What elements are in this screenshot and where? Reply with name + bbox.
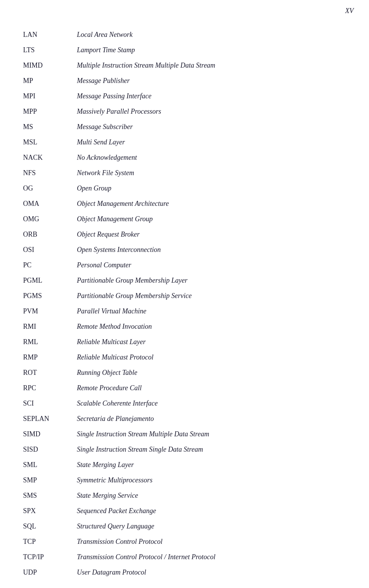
abbreviation-key: OSI xyxy=(23,246,77,254)
page-content: LANLocal Area NetworkLTSLamport Time Sta… xyxy=(0,0,369,588)
abbreviation-key: PVM xyxy=(23,307,77,315)
table-row: SIMDSingle Instruction Stream Multiple D… xyxy=(23,430,346,444)
abbreviation-key: RML xyxy=(23,338,77,346)
table-row: ORBObject Request Broker xyxy=(23,230,346,244)
abbreviation-value: Scalable Coherente Interface xyxy=(77,399,158,407)
table-row: SCIScalable Coherente Interface xyxy=(23,399,346,413)
table-row: MSLMulti Send Layer xyxy=(23,138,346,152)
table-row: MSMessage Subscriber xyxy=(23,123,346,137)
abbreviation-value: Single Instruction Stream Multiple Data … xyxy=(77,430,209,438)
table-row: LANLocal Area Network xyxy=(23,31,346,45)
abbreviation-key: RMP xyxy=(23,353,77,361)
abbreviation-key: RMI xyxy=(23,323,77,331)
abbreviation-value: Network File System xyxy=(77,169,134,177)
abbreviation-key: MS xyxy=(23,123,77,131)
table-row: OSIOpen Systems Interconnection xyxy=(23,246,346,260)
abbreviation-key: SIMD xyxy=(23,430,77,438)
abbreviation-value: Object Request Broker xyxy=(77,230,140,239)
abbreviation-list: LANLocal Area NetworkLTSLamport Time Sta… xyxy=(23,31,346,582)
abbreviation-value: Object Management Group xyxy=(77,215,153,223)
abbreviation-value: Running Object Table xyxy=(77,369,137,377)
table-row: PVMParallel Virtual Machine xyxy=(23,307,346,321)
abbreviation-value: Reliable Multicast Protocol xyxy=(77,353,153,361)
table-row: UDPUser Datagram Protocol xyxy=(23,568,346,582)
abbreviation-value: Partitionable Group Membership Layer xyxy=(77,277,188,285)
table-row: RPCRemote Procedure Call xyxy=(23,384,346,398)
table-row: PGMLPartitionable Group Membership Layer xyxy=(23,277,346,290)
abbreviation-key: LTS xyxy=(23,46,77,54)
abbreviation-value: Message Publisher xyxy=(77,77,130,85)
abbreviation-value: User Datagram Protocol xyxy=(77,568,146,576)
abbreviation-key: NACK xyxy=(23,154,77,162)
abbreviation-value: Reliable Multicast Layer xyxy=(77,338,146,346)
table-row: MPMessage Publisher xyxy=(23,77,346,91)
abbreviation-value: State Merging Layer xyxy=(77,461,134,469)
abbreviation-key: SPX xyxy=(23,507,77,515)
table-row: PCPersonal Computer xyxy=(23,261,346,275)
abbreviation-key: MPP xyxy=(23,108,77,116)
table-row: SISDSingle Instruction Stream Single Dat… xyxy=(23,446,346,459)
abbreviation-key: NFS xyxy=(23,169,77,177)
table-row: NACKNo Acknowledgement xyxy=(23,154,346,167)
abbreviation-key: ORB xyxy=(23,230,77,239)
abbreviation-key: RPC xyxy=(23,384,77,392)
abbreviation-key: PGML xyxy=(23,277,77,285)
abbreviation-value: Multiple Instruction Stream Multiple Dat… xyxy=(77,61,215,70)
abbreviation-value: Remote Procedure Call xyxy=(77,384,142,392)
abbreviation-key: UDP xyxy=(23,568,77,576)
abbreviation-value: Open Systems Interconnection xyxy=(77,246,161,254)
abbreviation-key: MP xyxy=(23,77,77,85)
abbreviation-key: PC xyxy=(23,261,77,269)
abbreviation-key: SCI xyxy=(23,399,77,407)
abbreviation-value: Local Area Network xyxy=(77,31,133,39)
abbreviation-value: Single Instruction Stream Single Data St… xyxy=(77,446,203,454)
table-row: MIMDMultiple Instruction Stream Multiple… xyxy=(23,61,346,75)
table-row: MPPMassively Parallel Processors xyxy=(23,108,346,121)
abbreviation-key: MIMD xyxy=(23,61,77,70)
abbreviation-value: Message Passing Interface xyxy=(77,92,151,100)
abbreviation-value: Parallel Virtual Machine xyxy=(77,307,146,315)
table-row: RMLReliable Multicast Layer xyxy=(23,338,346,352)
abbreviation-key: MPI xyxy=(23,92,77,100)
table-row: SEPLANSecretaria de Planejamento xyxy=(23,415,346,429)
abbreviation-key: ROT xyxy=(23,369,77,377)
table-row: PGMSPartitionable Group Membership Servi… xyxy=(23,292,346,306)
abbreviation-value: Structured Query Language xyxy=(77,522,154,530)
abbreviation-value: Transmission Control Protocol xyxy=(77,538,163,546)
abbreviation-value: Secretaria de Planejamento xyxy=(77,415,154,423)
abbreviation-key: SQL xyxy=(23,522,77,530)
abbreviation-key: SEPLAN xyxy=(23,415,77,423)
abbreviation-value: Sequenced Packet Exchange xyxy=(77,507,156,515)
table-row: OGOpen Group xyxy=(23,184,346,198)
abbreviation-value: No Acknowledgement xyxy=(77,154,137,162)
abbreviation-key: OG xyxy=(23,184,77,192)
abbreviation-key: TCP/IP xyxy=(23,553,77,561)
abbreviation-key: OMG xyxy=(23,215,77,223)
abbreviation-value: Remote Method Invocation xyxy=(77,323,152,331)
table-row: TCP/IPTransmission Control Protocol / In… xyxy=(23,553,346,567)
table-row: SMPSymmetric Multiprocessors xyxy=(23,476,346,490)
abbreviation-value: Multi Send Layer xyxy=(77,138,125,146)
abbreviation-value: Lamport Time Stamp xyxy=(77,46,135,54)
abbreviation-value: State Merging Service xyxy=(77,492,138,500)
table-row: SMSState Merging Service xyxy=(23,492,346,505)
table-row: RMIRemote Method Invocation xyxy=(23,323,346,336)
table-row: SQLStructured Query Language xyxy=(23,522,346,536)
abbreviation-key: MSL xyxy=(23,138,77,146)
table-row: SMLState Merging Layer xyxy=(23,461,346,475)
table-row: OMGObject Management Group xyxy=(23,215,346,229)
table-row: NFSNetwork File System xyxy=(23,169,346,183)
table-row: SPXSequenced Packet Exchange xyxy=(23,507,346,521)
table-row: OMAObject Management Architecture xyxy=(23,200,346,214)
abbreviation-key: LAN xyxy=(23,31,77,39)
abbreviation-key: PGMS xyxy=(23,292,77,300)
table-row: LTSLamport Time Stamp xyxy=(23,46,346,60)
table-row: RMPReliable Multicast Protocol xyxy=(23,353,346,367)
table-row: TCPTransmission Control Protocol xyxy=(23,538,346,552)
abbreviation-key: SMP xyxy=(23,476,77,484)
page-number: XV xyxy=(345,7,354,15)
table-row: ROTRunning Object Table xyxy=(23,369,346,383)
abbreviation-value: Object Management Architecture xyxy=(77,200,169,208)
abbreviation-value: Message Subscriber xyxy=(77,123,133,131)
abbreviation-value: Massively Parallel Processors xyxy=(77,108,161,116)
